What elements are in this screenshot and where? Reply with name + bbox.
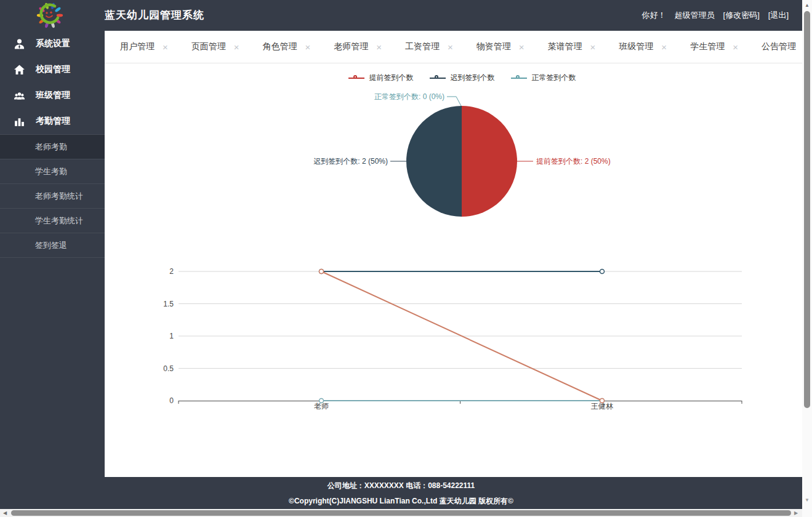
vertical-scrollbar[interactable]: ▲ ▼ xyxy=(802,0,812,510)
svg-text:正常签到个数: 0 (0%): 正常签到个数: 0 (0%) xyxy=(374,92,444,101)
svg-text:0: 0 xyxy=(169,396,174,405)
home-icon xyxy=(14,64,25,76)
sidebar-subitem-student-attendance[interactable]: 学生考勤 xyxy=(0,159,105,184)
footer-address: 公司地址：XXXXXXXX 电话：088-54222111 xyxy=(0,477,802,491)
close-icon[interactable]: × xyxy=(234,42,239,52)
sidebar-item-label: 考勤管理 xyxy=(36,116,70,127)
main-content: 用户管理× 页面管理× 角色管理× 老师管理× 工资管理× 物资管理× 菜谱管理… xyxy=(105,31,802,477)
horizontal-scroll-thumb[interactable] xyxy=(11,510,791,516)
tab-role-management[interactable]: 角色管理× xyxy=(263,41,311,52)
footer: 公司地址：XXXXXXXX 电话：088-54222111 ©Copyright… xyxy=(0,477,802,509)
line-circle-marker-icon xyxy=(430,74,446,81)
sidebar-item-attendance-management[interactable]: 考勤管理 xyxy=(0,108,105,134)
tab-user-management[interactable]: 用户管理× xyxy=(120,41,168,52)
bar-chart-icon xyxy=(14,116,25,127)
scroll-right-icon[interactable]: ▶ xyxy=(794,509,798,517)
close-icon[interactable]: × xyxy=(376,42,382,52)
scrollbar-corner xyxy=(802,509,812,517)
svg-text:2: 2 xyxy=(169,267,174,276)
close-icon[interactable]: × xyxy=(163,42,168,52)
sidebar-item-class-management[interactable]: 班级管理 xyxy=(0,82,105,108)
sidebar-subitem-teacher-attendance-stats[interactable]: 老师考勤统计 xyxy=(0,184,105,209)
line-circle-marker-icon xyxy=(348,74,364,81)
sidebar-item-label: 系统设置 xyxy=(36,38,70,49)
sidebar-item-campus-management[interactable]: 校园管理 xyxy=(0,57,105,82)
sidebar: 系统设置 校园管理 班级管理 考勤管理 老师考勤 学生考勤 老师考勤统计 学生考… xyxy=(0,31,105,509)
users-icon xyxy=(14,90,25,102)
app-header: 蓝天幼儿园管理系统 你好！ 超级管理员 [修改密码] [退出] xyxy=(0,0,802,31)
attendance-submenu: 老师考勤 学生考勤 老师考勤统计 学生考勤统计 签到签退 xyxy=(0,134,105,258)
legend-item-early-checkin[interactable]: 提前签到个数 xyxy=(348,73,414,83)
close-icon[interactable]: × xyxy=(661,42,667,52)
svg-text:1: 1 xyxy=(169,332,174,340)
tab-menu-management[interactable]: 菜谱管理× xyxy=(548,41,596,52)
line-chart: 00.511.52老师王健林 xyxy=(160,262,751,422)
scroll-left-icon[interactable]: ◀ xyxy=(3,509,7,517)
tab-salary-management[interactable]: 工资管理× xyxy=(405,41,453,52)
page-title: 蓝天幼儿园管理系统 xyxy=(105,0,204,31)
close-icon[interactable]: × xyxy=(448,42,453,52)
scroll-down-icon[interactable]: ▼ xyxy=(802,497,812,503)
legend-item-normal-checkin[interactable]: 正常签到个数 xyxy=(511,73,576,83)
tab-bar: 用户管理× 页面管理× 角色管理× 老师管理× 工资管理× 物资管理× 菜谱管理… xyxy=(105,31,802,63)
sidebar-item-system-settings[interactable]: 系统设置 xyxy=(0,31,105,57)
svg-text:1.5: 1.5 xyxy=(163,300,174,308)
tab-supplies-management[interactable]: 物资管理× xyxy=(476,41,525,52)
tab-class-management[interactable]: 班级管理× xyxy=(619,41,667,52)
close-icon[interactable]: × xyxy=(733,42,738,52)
sidebar-item-label: 班级管理 xyxy=(36,90,70,101)
sun-smiley-logo-icon xyxy=(33,1,65,30)
horizontal-scrollbar[interactable]: ◀ ▶ xyxy=(0,509,802,517)
legend-item-late-checkin[interactable]: 迟到签到个数 xyxy=(430,73,495,83)
user-icon xyxy=(14,38,25,50)
pie-chart: 提前签到个数: 2 (50%)迟到签到个数: 2 (50%)正常签到个数: 0 … xyxy=(105,89,802,243)
sidebar-subitem-student-attendance-stats[interactable]: 学生考勤统计 xyxy=(0,209,105,233)
scroll-up-icon[interactable]: ▲ xyxy=(802,2,812,8)
header-user-area: 你好！ 超级管理员 [修改密码] [退出] xyxy=(642,0,789,31)
svg-text:迟到签到个数: 2 (50%): 迟到签到个数: 2 (50%) xyxy=(313,157,388,166)
sidebar-subitem-checkin-checkout[interactable]: 签到签退 xyxy=(0,233,105,258)
sidebar-item-label: 校园管理 xyxy=(36,64,70,75)
chart-legend: 提前签到个数 迟到签到个数 正常签到个数 xyxy=(113,73,811,83)
greeting-text: 你好！ xyxy=(642,10,666,21)
change-password-link[interactable]: [修改密码] xyxy=(723,10,760,21)
tab-teacher-management[interactable]: 老师管理× xyxy=(334,41,382,52)
svg-text:提前签到个数: 2 (50%): 提前签到个数: 2 (50%) xyxy=(536,157,611,166)
tab-student-management[interactable]: 学生管理× xyxy=(690,41,738,52)
logout-link[interactable]: [退出] xyxy=(768,10,789,21)
close-icon[interactable]: × xyxy=(519,42,525,52)
current-user: 超级管理员 xyxy=(675,10,715,21)
close-icon[interactable]: × xyxy=(590,42,596,52)
line-circle-marker-icon xyxy=(511,74,527,81)
tab-page-management[interactable]: 页面管理× xyxy=(191,41,239,52)
footer-copyright: ©Copyright(C)JIANGSHU LianTian Co.,Ltd 蓝… xyxy=(0,496,802,506)
svg-text:0.5: 0.5 xyxy=(163,364,174,373)
vertical-scroll-thumb[interactable] xyxy=(804,11,810,408)
sidebar-subitem-teacher-attendance[interactable]: 老师考勤 xyxy=(0,135,105,159)
close-icon[interactable]: × xyxy=(305,42,311,52)
